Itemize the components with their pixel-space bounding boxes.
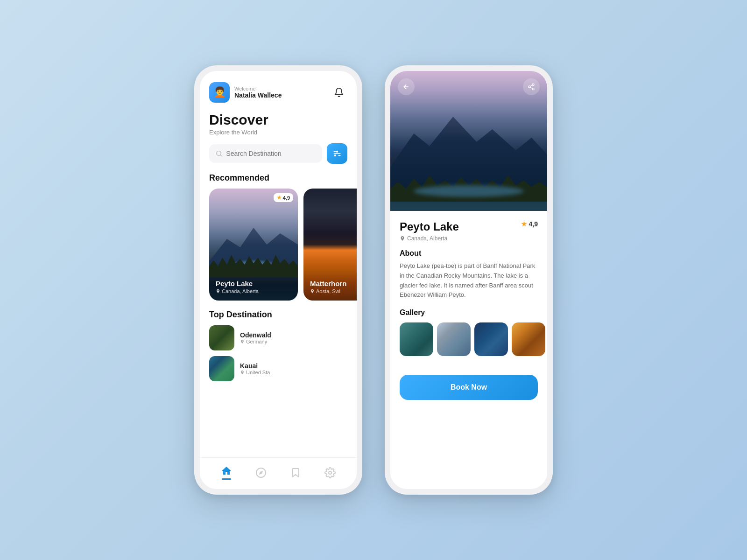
share-icon	[528, 83, 535, 91]
kauai-thumb	[209, 356, 234, 381]
kauai-country: United Sta	[240, 370, 270, 375]
left-phone: 🧑‍🦱 Welcome Natalia Wallece Discover Exp…	[194, 65, 362, 495]
notification-icon[interactable]	[331, 84, 347, 101]
matterhorn-location-text: Aosta, Swi	[316, 288, 340, 294]
right-phone: Peyto Lake ★ 4,9 Canada, Alberta About P…	[385, 65, 553, 495]
dest-row-kauai[interactable]: Kauai United Sta	[209, 356, 347, 381]
kauai-name: Kauai	[240, 362, 270, 370]
gallery-title: Gallery	[400, 308, 538, 317]
location-icon-2	[310, 289, 315, 294]
detail-rating: ★ 4,9	[521, 220, 538, 228]
gallery-thumb-1[interactable]	[400, 322, 433, 356]
location-icon	[216, 289, 220, 294]
matterhorn-card-location: Aosta, Swi	[310, 288, 346, 294]
nav-settings[interactable]	[324, 467, 336, 478]
hero-subtitle: Explore the World	[209, 129, 347, 136]
search-bar[interactable]	[209, 144, 322, 163]
location-icon-3	[240, 339, 245, 344]
odenwald-thumb	[209, 325, 234, 350]
detail-star-icon: ★	[521, 220, 527, 228]
svg-point-4	[336, 151, 338, 153]
filter-icon	[332, 149, 342, 158]
matterhorn-card-name: Matterhorn	[310, 280, 346, 287]
odenwald-country: Germany	[240, 339, 271, 344]
matterhorn-card-info: Matterhorn Aosta, Swi	[310, 280, 346, 294]
search-input[interactable]	[226, 150, 316, 157]
detail-location-icon	[400, 236, 405, 241]
gallery-thumb-3[interactable]	[474, 322, 508, 356]
destination-list: Odenwald Germany Kauai	[209, 325, 347, 381]
hero-title: Discover	[209, 112, 347, 128]
back-icon	[402, 83, 410, 91]
svg-point-9	[532, 84, 534, 85]
kauai-info: Kauai United Sta	[240, 362, 270, 375]
detail-tree-layer	[390, 169, 547, 202]
svg-rect-1	[334, 151, 336, 152]
svg-point-10	[529, 86, 530, 88]
about-title: About	[400, 249, 538, 258]
detail-rating-value: 4,9	[529, 220, 538, 228]
search-icon	[216, 150, 222, 157]
avatar: 🧑‍🦱	[209, 82, 230, 103]
svg-marker-7	[259, 470, 263, 474]
share-button[interactable]	[523, 78, 540, 95]
nav-home[interactable]	[221, 465, 232, 480]
svg-line-13	[530, 85, 533, 86]
svg-point-5	[334, 154, 336, 156]
search-row	[200, 143, 357, 173]
about-text: Peyto Lake (pea-toe) is part of Banff Na…	[400, 261, 538, 300]
detail-title-row: Peyto Lake ★ 4,9	[400, 220, 538, 233]
compass-icon	[255, 467, 267, 478]
hero-section: Discover Explore the World	[200, 108, 357, 143]
rating-value: 4,9	[283, 195, 290, 201]
bottom-nav	[200, 457, 357, 489]
user-name: Natalia Wallece	[234, 91, 282, 99]
odenwald-country-text: Germany	[246, 339, 267, 344]
nav-saved[interactable]	[290, 467, 301, 478]
user-info: 🧑‍🦱 Welcome Natalia Wallece	[209, 82, 282, 103]
user-text: Welcome Natalia Wallece	[234, 86, 282, 99]
detail-content: Peyto Lake ★ 4,9 Canada, Alberta About P…	[390, 211, 547, 365]
back-button[interactable]	[398, 78, 415, 95]
top-destination-section: Top Destination Odenwald Germany	[200, 301, 357, 381]
detail-location-text: Canada, Alberta	[407, 235, 447, 242]
recommended-scroll: ★ 4,9 Peyto Lake Canada, Alberta	[200, 189, 357, 301]
dest-row-odenwald[interactable]: Odenwald Germany	[209, 325, 347, 350]
location-icon-4	[240, 370, 245, 375]
peyto-card-location: Canada, Alberta	[216, 288, 259, 294]
odenwald-info: Odenwald Germany	[240, 331, 271, 344]
recommended-title: Recommended	[200, 173, 357, 189]
book-now-button[interactable]: Book Now	[400, 375, 538, 400]
filter-button[interactable]	[327, 143, 347, 164]
kauai-country-text: United Sta	[246, 370, 270, 375]
star-icon: ★	[277, 195, 282, 201]
rec-card-matterhorn[interactable]: Matterhorn Aosta, Swi	[303, 189, 357, 301]
settings-icon	[324, 467, 336, 478]
svg-point-0	[217, 151, 221, 156]
rec-card-peyto[interactable]: ★ 4,9 Peyto Lake Canada, Alberta	[209, 189, 298, 301]
rating-badge-peyto: ★ 4,9	[274, 193, 293, 202]
app-header: 🧑‍🦱 Welcome Natalia Wallece	[200, 71, 357, 108]
detail-title: Peyto Lake	[400, 220, 459, 233]
gallery-grid	[400, 322, 538, 356]
welcome-label: Welcome	[234, 86, 282, 91]
detail-location: Canada, Alberta	[400, 235, 538, 242]
peyto-card-info: Peyto Lake Canada, Alberta	[216, 280, 259, 294]
odenwald-name: Odenwald	[240, 331, 271, 339]
bookmark-icon	[290, 467, 301, 478]
peyto-location-text: Canada, Alberta	[222, 288, 259, 294]
top-dest-title: Top Destination	[209, 310, 347, 323]
gallery-thumb-2[interactable]	[437, 322, 471, 356]
svg-line-12	[530, 87, 533, 89]
nav-underline	[222, 478, 231, 480]
svg-point-8	[329, 471, 331, 474]
peyto-card-name: Peyto Lake	[216, 280, 259, 287]
gallery-thumb-4[interactable]	[512, 322, 545, 356]
svg-rect-2	[334, 153, 341, 154]
home-icon	[221, 465, 232, 476]
nav-explore[interactable]	[255, 467, 267, 478]
detail-nav	[398, 78, 540, 95]
svg-point-11	[532, 88, 534, 90]
detail-hero	[390, 71, 547, 211]
svg-rect-3	[338, 155, 341, 156]
